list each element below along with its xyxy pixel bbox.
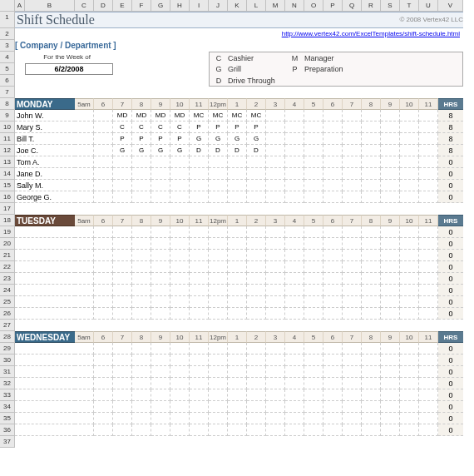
shift-cell[interactable] [266, 250, 285, 261]
employee-name[interactable] [15, 250, 75, 261]
shift-cell[interactable] [113, 273, 132, 285]
shift-cell[interactable] [151, 250, 170, 261]
shift-cell[interactable] [362, 355, 381, 366]
shift-cell[interactable] [285, 389, 304, 401]
shift-cell[interactable] [75, 273, 94, 285]
shift-cell[interactable]: MC [190, 110, 209, 121]
shift-cell[interactable]: P [113, 133, 132, 145]
shift-cell[interactable] [113, 424, 132, 436]
shift-cell[interactable] [304, 378, 323, 389]
shift-cell[interactable] [304, 296, 323, 308]
shift-cell[interactable] [266, 156, 285, 168]
shift-cell[interactable] [113, 366, 132, 378]
shift-cell[interactable] [419, 343, 438, 355]
row-header[interactable]: 35 [0, 413, 15, 424]
row-header[interactable]: 27 [0, 320, 15, 331]
shift-cell[interactable] [381, 191, 400, 203]
shift-cell[interactable] [113, 296, 132, 308]
employee-name[interactable] [15, 308, 75, 320]
col-header[interactable]: G [151, 0, 170, 12]
shift-cell[interactable] [400, 413, 419, 424]
shift-cell[interactable] [343, 308, 362, 320]
employee-name[interactable] [15, 378, 75, 389]
col-header[interactable]: J [209, 0, 228, 12]
shift-cell[interactable] [170, 180, 190, 191]
shift-cell[interactable] [228, 250, 247, 261]
shift-cell[interactable] [190, 168, 209, 180]
shift-cell[interactable] [209, 285, 228, 296]
shift-cell[interactable] [94, 273, 113, 285]
shift-cell[interactable] [247, 261, 266, 273]
shift-cell[interactable] [228, 285, 247, 296]
shift-cell[interactable] [285, 261, 304, 273]
row-header[interactable]: 33 [0, 389, 15, 401]
week-date-input[interactable]: 6/2/2008 [25, 63, 113, 75]
shift-cell[interactable]: P [247, 121, 266, 133]
shift-cell[interactable] [266, 121, 285, 133]
employee-name[interactable] [15, 285, 75, 296]
shift-cell[interactable] [343, 145, 362, 156]
shift-cell[interactable] [323, 238, 343, 250]
employee-name[interactable]: Bill T. [15, 133, 75, 145]
shift-cell[interactable] [323, 389, 343, 401]
row-header[interactable]: 14 [0, 168, 15, 180]
shift-cell[interactable] [304, 180, 323, 191]
shift-cell[interactable] [419, 133, 438, 145]
shift-cell[interactable] [381, 366, 400, 378]
template-link[interactable]: http://www.vertex42.com/ExcelTemplates/s… [282, 30, 460, 37]
shift-cell[interactable] [247, 226, 266, 238]
shift-cell[interactable] [285, 250, 304, 261]
shift-cell[interactable] [285, 121, 304, 133]
shift-cell[interactable] [247, 343, 266, 355]
col-header[interactable]: S [381, 0, 400, 12]
shift-cell[interactable] [419, 121, 438, 133]
shift-cell[interactable] [132, 308, 151, 320]
shift-cell[interactable] [209, 191, 228, 203]
row-header[interactable]: 32 [0, 378, 15, 389]
shift-cell[interactable]: G [228, 133, 247, 145]
shift-cell[interactable] [75, 366, 94, 378]
shift-cell[interactable] [75, 145, 94, 156]
shift-cell[interactable] [400, 273, 419, 285]
shift-cell[interactable] [151, 366, 170, 378]
shift-cell[interactable] [285, 133, 304, 145]
shift-cell[interactable] [209, 250, 228, 261]
shift-cell[interactable] [247, 285, 266, 296]
shift-cell[interactable] [323, 145, 343, 156]
shift-cell[interactable] [381, 180, 400, 191]
shift-cell[interactable] [400, 191, 419, 203]
shift-cell[interactable] [75, 191, 94, 203]
shift-cell[interactable] [323, 424, 343, 436]
row-header[interactable]: 6 [0, 75, 15, 87]
shift-cell[interactable] [285, 238, 304, 250]
shift-cell[interactable] [285, 401, 304, 413]
shift-cell[interactable] [419, 273, 438, 285]
shift-cell[interactable] [190, 355, 209, 366]
shift-cell[interactable] [381, 424, 400, 436]
employee-name[interactable]: Mary S. [15, 121, 75, 133]
shift-cell[interactable] [304, 261, 323, 273]
shift-cell[interactable] [266, 110, 285, 121]
shift-cell[interactable] [381, 121, 400, 133]
shift-cell[interactable] [343, 238, 362, 250]
shift-cell[interactable] [132, 378, 151, 389]
shift-cell[interactable] [94, 110, 113, 121]
shift-cell[interactable] [209, 355, 228, 366]
shift-cell[interactable] [170, 250, 190, 261]
shift-cell[interactable] [247, 296, 266, 308]
shift-cell[interactable] [94, 261, 113, 273]
row-header[interactable]: 5 [0, 63, 15, 75]
shift-cell[interactable] [247, 238, 266, 250]
shift-cell[interactable] [75, 401, 94, 413]
employee-name[interactable] [15, 355, 75, 366]
shift-cell[interactable]: G [132, 145, 151, 156]
shift-cell[interactable] [400, 401, 419, 413]
shift-cell[interactable] [190, 250, 209, 261]
shift-cell[interactable] [419, 238, 438, 250]
shift-cell[interactable] [228, 191, 247, 203]
shift-cell[interactable]: MD [113, 110, 132, 121]
shift-cell[interactable] [247, 273, 266, 285]
row-header[interactable]: 29 [0, 343, 15, 355]
shift-cell[interactable] [304, 389, 323, 401]
shift-cell[interactable] [419, 145, 438, 156]
